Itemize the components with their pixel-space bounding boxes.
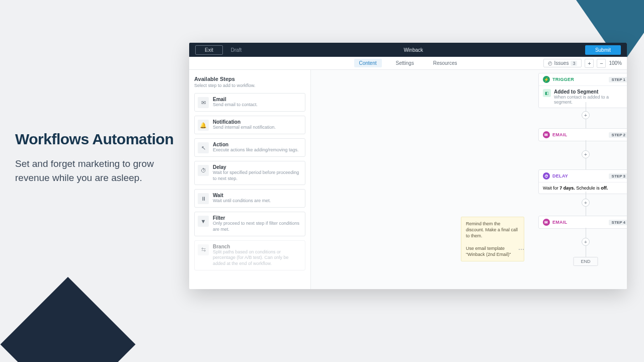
submit-button[interactable]: Submit [585, 45, 621, 55]
decorative-diamond [1, 277, 136, 362]
add-step-button[interactable]: + [582, 238, 590, 246]
exit-button[interactable]: Exit [195, 45, 223, 55]
zoom-level: 100% [609, 60, 622, 66]
step-desc: Wait until conditions are met. [213, 198, 271, 204]
branch-icon: ⇆ [198, 244, 209, 255]
step-pill: STEP 2 [609, 132, 627, 138]
step-title: Wait [213, 193, 271, 198]
trigger-dot-icon: ⚡ [543, 76, 550, 83]
topbar: Exit Draft Winback Submit [189, 43, 627, 57]
trigger-node[interactable]: ⚡TRIGGER STEP 1 ◧ Added to Segment When … [538, 73, 627, 108]
status-label: Draft [231, 47, 242, 53]
subbar: Content Settings Resources ◴ Issues 3 + … [189, 57, 627, 70]
sidebar-subheading: Select step to add to workflow. [194, 83, 305, 88]
tab-content[interactable]: Content [354, 59, 382, 67]
step-notification[interactable]: 🔔 NotificationSend internal email notifi… [194, 116, 305, 134]
marketing-copy: Workflows Automation Set and forget mark… [15, 131, 181, 185]
step-title: Delay [213, 164, 302, 170]
filter-icon: ▼ [198, 216, 209, 227]
marketing-heading: Workflows Automation [15, 131, 181, 148]
step-desc: Split paths based on conditions or perce… [213, 249, 302, 267]
trigger-title: Added to Segment [554, 89, 627, 95]
add-step-button[interactable]: + [582, 111, 590, 119]
zoom-in-button[interactable]: + [585, 59, 594, 68]
step-title: Notification [213, 119, 276, 125]
note-menu-icon[interactable]: ⋯ [518, 246, 525, 253]
delay-node[interactable]: ⏱DELAY STEP 3 Wait for 7 days. Schedule … [538, 169, 627, 194]
end-node: END [573, 257, 598, 266]
email-label: EMAIL [552, 132, 568, 137]
step-action[interactable]: ↖ ActionExecute actions like adding/remo… [194, 138, 305, 157]
step-delay[interactable]: ⏱ DelayWait for specified period before … [194, 161, 305, 185]
step-desc: Wait for specified period before proceed… [213, 170, 302, 182]
workflow-lane: ⚡TRIGGER STEP 1 ◧ Added to Segment When … [538, 70, 627, 289]
app-body: Available Steps Select step to add to wo… [189, 70, 627, 289]
pause-icon: ⏸ [198, 193, 209, 204]
sidebar: Available Steps Select step to add to wo… [189, 70, 311, 289]
step-title: Email [213, 97, 258, 102]
step-desc: Send email to contact. [213, 102, 258, 108]
step-title: Action [213, 142, 299, 147]
email-label: EMAIL [552, 220, 568, 225]
bell-icon: 🔔 [198, 120, 209, 131]
clock-icon: ◴ [548, 60, 552, 66]
issues-button[interactable]: ◴ Issues 3 [543, 59, 582, 67]
note-left[interactable]: Remind them the discount. Make a final c… [461, 217, 524, 261]
step-email[interactable]: ✉ EmailSend email to contact. [194, 93, 305, 112]
workflow-title: Winback [242, 47, 585, 53]
workflow-canvas[interactable]: ⚡TRIGGER STEP 1 ◧ Added to Segment When … [311, 70, 627, 289]
delay-body: Wait for 7 days. Schedule is off. [543, 186, 608, 191]
marketing-subheading: Set and forget marketing to grow revenue… [15, 157, 181, 185]
app-window: Exit Draft Winback Submit Content Settin… [189, 43, 627, 289]
email-dot-icon: ✉ [543, 131, 550, 138]
tab-settings[interactable]: Settings [391, 59, 419, 67]
issues-count: 3 [571, 61, 577, 66]
step-title: Branch [213, 244, 302, 249]
step-branch[interactable]: ⇆ BranchSplit paths based on conditions … [194, 240, 305, 270]
add-step-button[interactable]: + [582, 199, 590, 207]
email-dot-icon: ✉ [543, 219, 550, 226]
step-desc: Execute actions like adding/removing tag… [213, 147, 299, 153]
trigger-label: TRIGGER [552, 77, 574, 82]
zoom-out-button[interactable]: − [597, 59, 606, 68]
tabs: Content Settings Resources [354, 59, 462, 67]
email-node-2[interactable]: ✉EMAIL STEP 4 [538, 216, 627, 229]
step-pill: STEP 3 [609, 173, 627, 179]
email-node-1[interactable]: ✉EMAIL STEP 2 [538, 128, 627, 141]
step-title: Filter [213, 215, 302, 221]
step-filter[interactable]: ▼ FilterOnly proceed to next step if fil… [194, 212, 305, 236]
step-pill: STEP 4 [609, 220, 627, 225]
delay-label: DELAY [552, 173, 568, 178]
action-icon: ↖ [198, 142, 209, 153]
tab-resources[interactable]: Resources [428, 59, 462, 67]
step-desc: Send internal email notification. [213, 125, 276, 131]
canvas-tools: ◴ Issues 3 + − 100% [543, 59, 622, 68]
step-pill: STEP 1 [609, 77, 627, 82]
delay-dot-icon: ⏱ [543, 172, 550, 179]
trigger-desc: When contact is added to a segment. [554, 95, 627, 105]
step-desc: Only proceed to next step if filter cond… [213, 221, 302, 232]
segment-icon: ◧ [543, 89, 551, 97]
issues-label: Issues [554, 60, 569, 66]
step-wait[interactable]: ⏸ WaitWait until conditions are met. [194, 189, 305, 208]
stopwatch-icon: ⏱ [198, 165, 209, 176]
sidebar-heading: Available Steps [194, 76, 305, 82]
add-step-button[interactable]: + [582, 150, 590, 158]
email-icon: ✉ [198, 97, 209, 108]
